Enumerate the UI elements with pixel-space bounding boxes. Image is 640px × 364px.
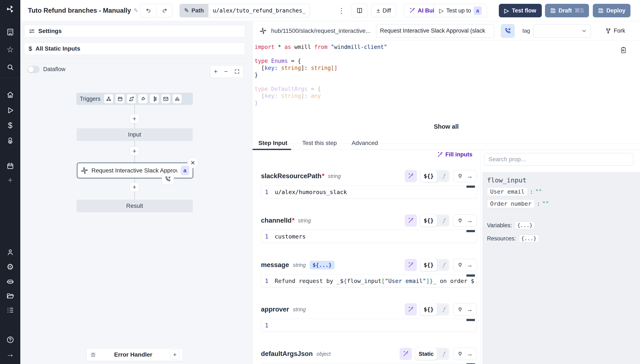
fill-inputs-button[interactable]: Fill inputs (437, 151, 472, 158)
flow-input-root[interactable]: flow_input (487, 176, 640, 184)
ai-fill-button[interactable] (405, 170, 417, 182)
sidebar-item-schedules[interactable] (0, 160, 20, 172)
expression-button[interactable]: ƒ (440, 216, 448, 225)
connect-input-button[interactable]: → (453, 348, 477, 360)
add-step-button-bottom[interactable]: + (130, 182, 139, 192)
prop-user-email[interactable]: User email : "" (487, 187, 640, 196)
connect-input-button[interactable]: → (453, 259, 477, 271)
sidebar-item-home[interactable] (0, 88, 20, 101)
draft-button[interactable]: Draft ⌘S (545, 4, 589, 17)
sidebar-item-folders[interactable] (0, 290, 20, 302)
test-up-to-button[interactable]: ▷ Test up to a (434, 4, 487, 17)
dataflow-toggle[interactable] (27, 66, 40, 73)
diff-button[interactable]: ± Diff (371, 4, 396, 17)
expression-button[interactable]: ƒ (440, 261, 448, 269)
step-node-slack-approval[interactable]: Request Interactive Slack Approval (... … (77, 162, 193, 178)
windmill-logo[interactable] (0, 2, 20, 16)
http-route-trigger-button[interactable] (127, 94, 136, 104)
docs-button[interactable] (351, 4, 368, 17)
poll-trigger-button[interactable] (172, 94, 182, 104)
sidebar-item-audit-logs[interactable] (0, 304, 20, 316)
sidebar-item-settings[interactable]: ⚙ (0, 261, 20, 273)
value-editor[interactable]: 1 Refund request by _${flow_input["User … (261, 274, 477, 288)
sidebar-item-favorites[interactable]: ☆ (0, 44, 20, 56)
connect-input-button[interactable]: → (453, 214, 477, 227)
add-step-button-top[interactable]: + (130, 114, 139, 124)
expression-button[interactable]: ƒ (440, 350, 448, 358)
mode-toggle-button[interactable]: ${} (420, 259, 437, 271)
tag-select[interactable] (533, 24, 591, 38)
zoom-out-button[interactable]: − (224, 68, 228, 75)
triggers-node[interactable]: Triggers (76, 93, 193, 105)
tab-advanced[interactable]: Advanced (351, 136, 378, 150)
mode-toggle-button[interactable]: ${} (420, 303, 437, 316)
show-all-button[interactable]: Show all (252, 123, 640, 130)
ai-fill-button[interactable] (405, 303, 417, 316)
fork-button[interactable]: Fork (605, 28, 625, 34)
webhook-trigger-button[interactable] (104, 94, 113, 104)
variables-row[interactable]: Variables: {...} (487, 222, 640, 229)
folder-open-icon (6, 292, 14, 300)
path-chip[interactable]: ✎ Path (180, 4, 208, 17)
test-flow-button[interactable]: ▷ Test flow (499, 4, 542, 17)
mode-toggle-button[interactable]: ${} (420, 170, 437, 182)
error-handler-node[interactable]: Error Handler + (86, 348, 183, 361)
sidebar-item-variables[interactable]: $ (0, 119, 20, 132)
sidebar-item-help[interactable] (0, 334, 20, 346)
redo-button[interactable] (156, 4, 172, 17)
path-input[interactable]: u/alex/tuto_refund_branches_ (208, 4, 310, 17)
value-editor[interactable]: 1 (261, 363, 477, 364)
resources-row[interactable]: Resources: {...} (487, 235, 640, 242)
expression-button[interactable]: ƒ (440, 172, 448, 180)
mode-toggle-button[interactable]: Static (415, 348, 437, 360)
undo-button[interactable] (140, 4, 156, 17)
sidebar-item-workers[interactable] (0, 275, 20, 288)
flow-settings-button[interactable]: Settings (24, 25, 245, 37)
value-editor[interactable]: 1 u/alex/humorous_slack (261, 186, 477, 198)
code-preview[interactable]: import * as wmill from "windmill-client"… (252, 41, 640, 144)
ai-fill-button[interactable] (405, 259, 417, 271)
sidebar-item-resources[interactable] (0, 134, 20, 147)
tab-test-this-step[interactable]: Test this step (302, 136, 337, 150)
fit-view-button[interactable] (234, 69, 240, 74)
result-node[interactable]: Result (76, 200, 193, 212)
sidebar-item-workspace[interactable] (0, 26, 20, 38)
expression-button[interactable]: ƒ (440, 305, 448, 314)
edit-title-icon[interactable]: ✎ (134, 7, 138, 14)
gear-icon: ⚙ (6, 263, 14, 271)
kafka-trigger-button[interactable] (150, 94, 159, 104)
more-menu[interactable]: ⋮ (338, 4, 345, 17)
add-step-button-middle[interactable]: + (130, 146, 139, 156)
sidebar-item-create[interactable]: + (0, 174, 20, 186)
flow-title: Tuto Refund branches - Manually (28, 7, 131, 14)
add-error-handler-button[interactable]: + (170, 350, 180, 360)
value-editor[interactable]: 1 customers (261, 230, 477, 243)
websocket-trigger-button[interactable] (138, 94, 148, 104)
search-prop-input[interactable] (488, 156, 629, 163)
sidebar-item-search[interactable] (0, 61, 20, 73)
connect-input-button[interactable]: → (453, 303, 477, 316)
email-trigger-button[interactable] (161, 94, 170, 104)
step-summary-input[interactable]: Request Interactive Slack Approval (slac… (376, 24, 494, 38)
deploy-button[interactable]: Deploy (593, 4, 630, 17)
prop-order-number[interactable]: Order number : "" (487, 199, 640, 208)
ai-fill-button[interactable] (400, 348, 412, 360)
suspend-approval-toggle[interactable] (501, 24, 514, 38)
suspend-approval-icon[interactable] (162, 173, 174, 185)
sidebar-item-expand[interactable]: → (0, 348, 20, 360)
delete-step-button[interactable]: ✕ (187, 157, 198, 168)
schedule-trigger-button[interactable] (115, 94, 125, 104)
mode-toggle-button[interactable]: ${} (420, 214, 437, 227)
ai-fill-button[interactable] (405, 214, 417, 227)
search-prop-box[interactable] (484, 153, 634, 166)
hub-script-path[interactable]: hub/11500/slack/request_interactive... (271, 28, 370, 34)
sidebar-item-account[interactable] (0, 246, 20, 258)
input-node[interactable]: Input (76, 128, 193, 141)
connect-input-button[interactable]: → (453, 170, 477, 182)
zoom-in-button[interactable]: + (214, 68, 218, 75)
copy-code-button[interactable] (620, 46, 627, 54)
all-static-inputs-button[interactable]: $ All Static Inputs (24, 42, 245, 55)
tab-step-input[interactable]: Step Input (258, 136, 288, 150)
value-editor[interactable]: 1 (261, 319, 477, 332)
sidebar-item-runs[interactable] (0, 104, 20, 116)
